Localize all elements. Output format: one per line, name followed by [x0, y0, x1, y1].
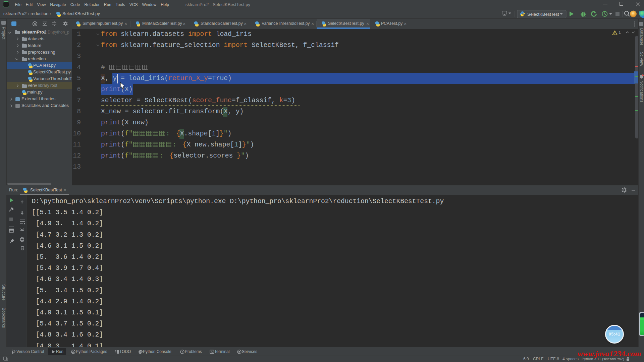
- svg-text:SelectKBestTest: SelectKBestTest: [527, 12, 559, 17]
